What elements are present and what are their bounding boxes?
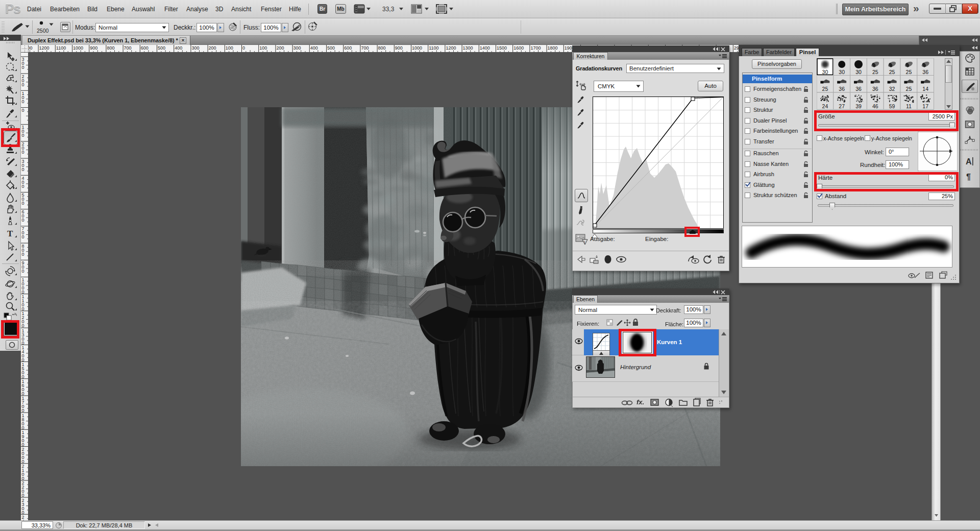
svg-text:0: 0: [22, 234, 24, 239]
svg-text:0: 0: [22, 201, 24, 206]
svg-text:800: 800: [107, 45, 114, 51]
svg-text:!: !: [584, 240, 585, 245]
svg-text:14: 14: [922, 86, 928, 92]
svg-text:400: 400: [310, 45, 318, 51]
svg-text:400: 400: [175, 45, 182, 51]
svg-text:100: 100: [259, 45, 267, 51]
svg-text:36: 36: [922, 69, 928, 75]
svg-text:700: 700: [124, 45, 132, 51]
svg-text:100: 100: [226, 45, 233, 51]
svg-text:1300: 1300: [463, 45, 473, 51]
svg-text:700: 700: [361, 45, 369, 51]
svg-text:1300: 1300: [29, 45, 32, 51]
svg-text:25: 25: [906, 69, 912, 75]
svg-text:1200: 1200: [39, 45, 50, 51]
svg-text:600: 600: [344, 45, 352, 51]
svg-text:500: 500: [158, 45, 165, 51]
svg-text:32: 32: [889, 86, 895, 92]
svg-text:0: 0: [22, 269, 24, 274]
svg-text:17: 17: [922, 103, 928, 109]
svg-text:25: 25: [906, 86, 912, 92]
svg-text:30: 30: [839, 69, 845, 75]
svg-text:24: 24: [822, 103, 828, 109]
svg-text:39: 39: [855, 103, 862, 109]
svg-text:1200: 1200: [446, 45, 456, 51]
svg-text:1100: 1100: [429, 45, 438, 51]
svg-text:A: A: [966, 157, 972, 166]
svg-text:900: 900: [90, 45, 97, 51]
svg-text:0: 0: [22, 82, 24, 87]
svg-text:36: 36: [839, 86, 845, 92]
svg-text:1500: 1500: [497, 45, 507, 51]
svg-text:25: 25: [822, 86, 828, 92]
svg-text:59: 59: [889, 103, 895, 109]
svg-text:25: 25: [872, 69, 878, 75]
svg-text:600: 600: [141, 45, 149, 51]
svg-text:800: 800: [378, 45, 386, 51]
svg-text:25: 25: [889, 69, 895, 75]
svg-text:300: 300: [293, 45, 301, 51]
svg-text:1100: 1100: [56, 45, 66, 51]
svg-text:500: 500: [327, 45, 335, 51]
svg-text:0: 0: [22, 218, 24, 223]
svg-text:1400: 1400: [480, 45, 490, 51]
svg-text:¶: ¶: [966, 173, 971, 181]
svg-text:1600: 1600: [513, 45, 524, 51]
svg-text:200: 200: [209, 45, 216, 51]
svg-text:0: 0: [22, 252, 24, 257]
svg-text:0: 0: [22, 133, 24, 138]
svg-text:27: 27: [839, 103, 845, 109]
svg-text:36: 36: [872, 86, 878, 92]
svg-text:0: 0: [22, 184, 24, 189]
svg-text:T: T: [7, 229, 13, 238]
svg-text:0: 0: [22, 99, 24, 104]
svg-text:0: 0: [22, 108, 24, 113]
svg-text:1800: 1800: [548, 45, 558, 51]
svg-text:0: 0: [22, 65, 24, 70]
svg-text:0: 0: [242, 45, 245, 51]
svg-text:46: 46: [872, 103, 878, 109]
svg-text:1700: 1700: [530, 45, 541, 51]
svg-text:1000: 1000: [412, 45, 422, 51]
svg-text:36: 36: [855, 86, 862, 92]
svg-text:900: 900: [395, 45, 403, 51]
svg-text:0: 0: [22, 167, 24, 172]
svg-text:200: 200: [276, 45, 284, 51]
svg-text:1000: 1000: [73, 45, 83, 51]
svg-text:300: 300: [191, 45, 199, 51]
svg-text:30: 30: [855, 69, 862, 75]
svg-text:0: 0: [22, 150, 24, 155]
svg-text:30: 30: [822, 69, 828, 75]
svg-text:11: 11: [906, 103, 912, 109]
